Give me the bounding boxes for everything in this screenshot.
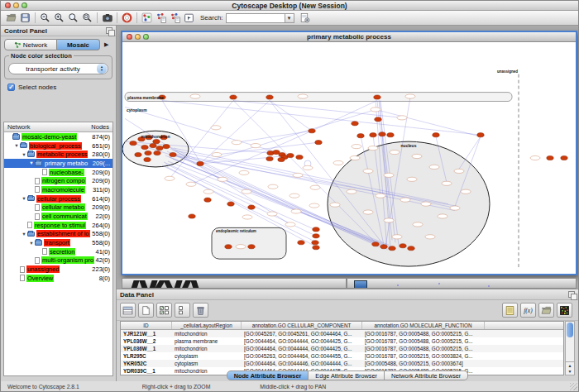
selected-node[interactable] — [156, 146, 163, 151]
selected-node[interactable] — [153, 140, 160, 144]
selected-node[interactable] — [389, 246, 395, 251]
tree-row[interactable]: unassigned223(0) — [4, 265, 112, 274]
selected-node[interactable] — [266, 95, 273, 99]
selected-node[interactable] — [400, 244, 406, 248]
selected-node[interactable] — [189, 214, 195, 218]
column-header[interactable]: _cellularLayoutRegion — [172, 322, 242, 329]
selected-node[interactable] — [230, 95, 237, 99]
background-window-titlebar[interactable] — [347, 278, 577, 289]
tree-row[interactable]: ▼establishment of lo558(0) — [4, 230, 112, 239]
tree-col-nodes[interactable]: Nodes — [91, 123, 109, 131]
selected-node[interactable] — [433, 133, 439, 137]
selected-node[interactable] — [296, 155, 303, 159]
zoom-selected-button[interactable] — [66, 12, 80, 25]
selected-node[interactable] — [154, 151, 160, 155]
search-config-button[interactable] — [298, 12, 312, 25]
selected-node[interactable] — [273, 150, 280, 154]
table-row[interactable]: YLR295Ccytoplasm[GO:0045263, GO:0044464,… — [121, 352, 563, 360]
tree-row[interactable]: response to stimul264(0) — [4, 221, 112, 230]
table-row[interactable]: YJR121W__1mitochondrion[GO:0045267, GO:0… — [121, 330, 563, 337]
tree-row[interactable]: nucleobase-209(0) — [4, 168, 112, 177]
selected-node[interactable] — [312, 241, 318, 245]
tree-row[interactable]: nitrogen compo209(0) — [4, 176, 112, 185]
search-input[interactable] — [226, 13, 285, 23]
selected-node[interactable] — [225, 245, 232, 249]
zoom-fit-button[interactable] — [80, 12, 94, 25]
selected-node[interactable] — [144, 157, 151, 161]
tree-row[interactable]: ▼cellular process614(0) — [4, 194, 112, 203]
save-session-button[interactable] — [18, 12, 32, 25]
selected-node[interactable] — [266, 156, 273, 160]
attribute-editor-button[interactable] — [502, 303, 518, 318]
delete-attribute-button[interactable] — [193, 303, 208, 318]
selected-node[interactable] — [375, 117, 381, 122]
selected-node[interactable] — [287, 153, 294, 157]
tab-overflow-icon[interactable]: ▶ — [104, 41, 108, 48]
tree-row[interactable]: Overview8(0) — [4, 274, 112, 283]
select-attributes-button[interactable] — [156, 303, 172, 318]
selected-node[interactable] — [313, 227, 319, 232]
selected-node[interactable] — [204, 198, 211, 202]
help-button[interactable] — [120, 12, 134, 25]
tree-row[interactable]: multi-organism pro42(0) — [4, 256, 112, 265]
tree-row[interactable]: ▼metabolic process280(0) — [4, 150, 112, 159]
tab-node-attribute-browser[interactable]: Node Attribute Browser — [227, 370, 309, 380]
selected-node[interactable] — [141, 146, 148, 150]
selected-node[interactable] — [248, 245, 255, 249]
selected-node[interactable] — [352, 122, 358, 126]
network-canvas-body[interactable]: plasma membranecytoplasmmitochondrionnuc… — [122, 43, 576, 274]
import-attributes-button[interactable] — [538, 303, 554, 318]
search-dropdown-button[interactable]: ▼ — [285, 13, 294, 23]
tab-mosaic[interactable]: Mosaic — [57, 39, 100, 50]
destroy-network-view-button[interactable] — [168, 12, 182, 25]
unselect-attributes-button[interactable] — [175, 303, 190, 318]
tab-network[interactable]: Network — [4, 39, 57, 50]
table-row[interactable]: YPL036W__1mitochondrion[GO:0044464, GO:0… — [121, 345, 563, 352]
network-canvas[interactable]: plasma membranecytoplasmmitochondrionnuc… — [122, 43, 576, 274]
selected-node[interactable] — [547, 155, 553, 160]
selected-node[interactable] — [170, 152, 176, 156]
selected-node[interactable] — [163, 145, 170, 149]
zoom-out-button[interactable] — [38, 12, 52, 25]
table-row[interactable]: YKR052Ccytoplasm[GO:0044464, GO:0044446,… — [121, 360, 563, 367]
selected-node[interactable] — [145, 151, 151, 155]
vizmapper-button[interactable] — [140, 12, 154, 25]
selected-node[interactable] — [374, 95, 380, 99]
expander-icon[interactable]: ▼ — [13, 143, 20, 148]
selected-node[interactable] — [357, 134, 364, 138]
selected-node[interactable] — [313, 246, 319, 250]
function-builder-button[interactable]: f(x) — [520, 303, 536, 318]
selected-node[interactable] — [309, 129, 315, 133]
column-header[interactable]: ID — [121, 322, 172, 329]
selected-node[interactable] — [130, 141, 136, 146]
column-header[interactable]: annotation.GO MOLECULAR_FUNCTION — [362, 322, 485, 329]
float-panel-icon[interactable] — [568, 291, 575, 298]
network-view-window[interactable]: primary metabolic process plasma membran… — [121, 31, 577, 275]
selected-node[interactable] — [315, 141, 322, 145]
selected-node[interactable] — [408, 246, 414, 251]
zoom-in-button[interactable] — [52, 12, 66, 25]
selected-node[interactable] — [380, 245, 387, 249]
tree-row[interactable]: ▼primary metabo209(... — [4, 159, 112, 168]
expander-icon[interactable]: ▼ — [21, 196, 27, 201]
scroll-up-icon[interactable]: ▲ — [568, 363, 572, 369]
tree-row[interactable]: cell communicat22(0) — [4, 212, 112, 221]
matrix-view-button[interactable] — [557, 303, 572, 318]
tree-row[interactable]: secretion41(0) — [4, 247, 112, 256]
float-panel-icon[interactable] — [106, 27, 112, 34]
selected-node[interactable] — [379, 132, 385, 136]
select-nodes-checkbox[interactable]: ✓ — [7, 84, 15, 91]
selected-node[interactable] — [298, 241, 304, 245]
selected-node[interactable] — [227, 202, 234, 206]
tree-row[interactable]: ▼transport558(0) — [4, 238, 112, 247]
selected-node[interactable] — [561, 155, 567, 160]
expander-icon[interactable]: ▼ — [21, 232, 27, 237]
expander-icon[interactable]: ▼ — [21, 152, 27, 157]
tab-edge-attribute-browser[interactable]: Edge Attribute Browser — [309, 370, 385, 380]
column-header[interactable]: annotation.GO CELLULAR_COMPONENT — [242, 322, 362, 329]
expander-icon[interactable]: ▼ — [28, 160, 35, 165]
background-window-titlebar[interactable] — [122, 278, 347, 289]
scrollbar-thumb[interactable] — [567, 323, 573, 337]
table-scrollbar[interactable]: ▲ ▼ — [565, 321, 575, 375]
selected-node[interactable] — [387, 133, 394, 137]
